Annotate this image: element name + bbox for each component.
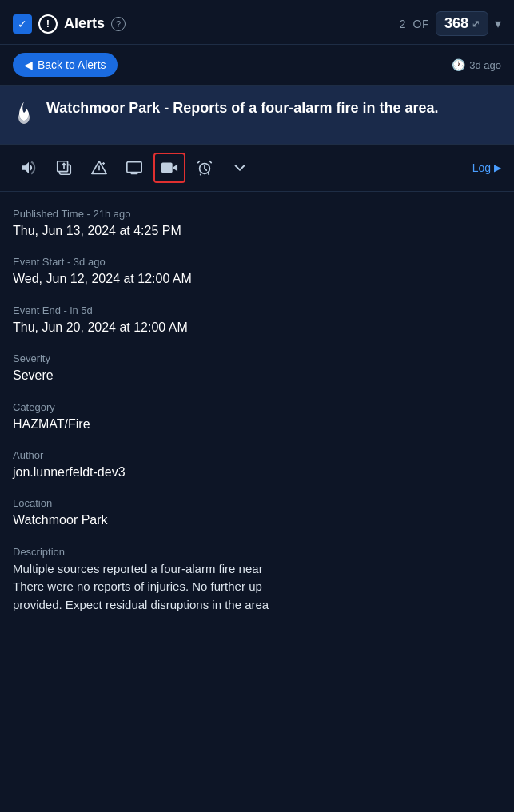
warning-add-button[interactable] — [83, 153, 115, 183]
severity-item: Severity Severe — [13, 352, 501, 384]
severity-label: Severity — [13, 352, 501, 364]
export-button[interactable] — [48, 153, 80, 183]
event-start-item: Event Start - 3d ago Wed, Jun 12, 2024 a… — [13, 256, 501, 288]
category-item: Category HAZMAT/Fire — [13, 401, 501, 433]
details-section: Published Time - 21h ago Thu, Jun 13, 20… — [0, 192, 514, 646]
header: ✓ ! Alerts ? 2 OF 368 ⤢ ▾ — [0, 0, 514, 45]
category-label: Category — [13, 401, 501, 413]
severity-value: Severe — [13, 367, 501, 384]
author-label: Author — [13, 449, 501, 461]
more-options-button[interactable] — [224, 153, 256, 183]
header-right: 2 OF 368 ⤢ ▾ — [400, 11, 501, 36]
flame-icon — [13, 100, 35, 131]
time-ago: 🕐 3d ago — [452, 58, 501, 71]
published-time-item: Published Time - 21h ago Thu, Jun 13, 20… — [13, 208, 501, 240]
back-label: Back to Alerts — [38, 58, 106, 71]
category-value: HAZMAT/Fire — [13, 416, 501, 433]
alert-title-bar: Watchmoor Park - Reports of a four-alarm… — [0, 86, 514, 145]
description-item: Description Multiple sources reported a … — [13, 546, 501, 615]
event-start-label: Event Start - 3d ago — [13, 256, 501, 268]
clock-icon: 🕐 — [452, 58, 465, 71]
megaphone-button[interactable] — [13, 153, 45, 183]
event-end-item: Event End - in 5d Thu, Jun 20, 2024 at 1… — [13, 304, 501, 336]
log-label: Log — [472, 161, 491, 174]
back-bar: ◀ Back to Alerts 🕐 3d ago — [0, 45, 514, 86]
chevron-down-icon[interactable]: ▾ — [495, 16, 501, 31]
description-value: Multiple sources reported a four-alarm f… — [13, 560, 501, 615]
camera-button[interactable] — [153, 153, 185, 183]
published-time-label: Published Time - 21h ago — [13, 208, 501, 220]
location-label: Location — [13, 497, 501, 509]
header-left: ✓ ! Alerts ? — [13, 14, 126, 34]
help-icon[interactable]: ? — [111, 17, 126, 31]
back-to-alerts-button[interactable]: ◀ Back to Alerts — [13, 53, 118, 77]
location-value: Watchmoor Park — [13, 511, 501, 529]
alarm-button[interactable] — [189, 153, 221, 183]
checkbox-icon[interactable]: ✓ — [13, 14, 32, 34]
zoom-icon: ⤢ — [472, 18, 480, 30]
alert-title-text: Watchmoor Park - Reports of a four-alarm… — [46, 98, 438, 118]
header-title: Alerts — [64, 15, 105, 32]
author-item: Author jon.lunnerfeldt-dev3 — [13, 449, 501, 481]
location-item: Location Watchmoor Park — [13, 497, 501, 529]
published-time-value: Thu, Jun 13, 2024 at 4:25 PM — [13, 222, 501, 240]
screen-button[interactable] — [118, 153, 150, 183]
svg-rect-0 — [58, 161, 68, 172]
log-link[interactable]: Log ▶ — [472, 161, 501, 174]
counter-badge[interactable]: 368 ⤢ — [436, 11, 488, 36]
back-arrow-icon: ◀ — [24, 58, 33, 71]
time-ago-text: 3d ago — [469, 59, 501, 71]
event-start-value: Wed, Jun 12, 2024 at 12:00 AM — [13, 270, 501, 288]
svg-rect-6 — [161, 163, 173, 173]
toolbar: Log ▶ — [0, 145, 514, 192]
event-end-value: Thu, Jun 20, 2024 at 12:00 AM — [13, 319, 501, 336]
counter-current: 2 OF — [400, 18, 429, 30]
author-value: jon.lunnerfeldt-dev3 — [13, 464, 501, 481]
description-label: Description — [13, 546, 501, 558]
alert-circle-icon: ! — [38, 14, 58, 34]
svg-rect-3 — [127, 162, 141, 173]
counter-total: 368 — [444, 15, 468, 32]
log-arrow-icon: ▶ — [494, 162, 501, 173]
event-end-label: Event End - in 5d — [13, 304, 501, 316]
